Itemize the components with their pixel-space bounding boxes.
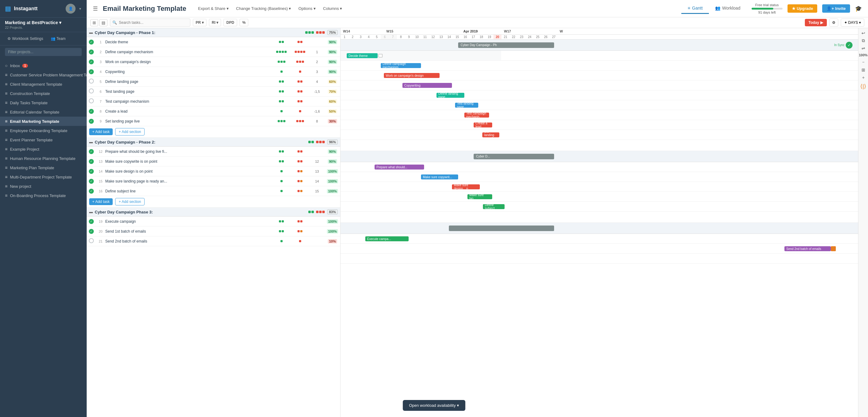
add-column-button[interactable]: ⊞	[90, 19, 98, 26]
check-circle[interactable]	[89, 238, 94, 243]
task-check[interactable]: ✓	[87, 69, 96, 74]
task-check[interactable]: ✓	[87, 59, 96, 64]
sidebar-item-editorial[interactable]: ≡ Editorial Calendar Template	[0, 107, 87, 117]
check-circle[interactable]: ✓	[89, 219, 94, 224]
tab-gantt[interactable]: ≡ Gantt	[681, 3, 709, 14]
check-circle[interactable]	[89, 78, 94, 84]
check-circle[interactable]: ✓	[89, 119, 94, 124]
plus-icon[interactable]: ＋	[861, 75, 866, 81]
gantt-bar-p2-task4[interactable]: Make sure lan...	[467, 194, 492, 199]
task-check[interactable]	[87, 78, 96, 85]
task-check[interactable]: ✓	[87, 119, 96, 124]
sidebar-item-inbox[interactable]: ○ Inbox 1	[0, 61, 87, 70]
dpd-column-header[interactable]: DPD	[223, 19, 237, 26]
user-avatar[interactable]: 👤	[66, 4, 75, 13]
pct-column-header[interactable]: %	[240, 19, 249, 26]
team-button[interactable]: 👥 Team	[48, 35, 68, 42]
sidebar-item-marketing-plan[interactable]: ≡ Marketing Plan Template	[0, 163, 87, 172]
gear-settings-button[interactable]: ⚙	[829, 19, 838, 27]
sidebar-item-client-management[interactable]: ≡ Client Management Template	[0, 79, 87, 89]
change-tracking-button[interactable]: Change Tracking (Baselines) ▾	[234, 5, 293, 12]
sidebar-item-employee-onboarding[interactable]: ≡ Employee Onboarding Template	[0, 126, 87, 135]
gantt-bar-p2-task3[interactable]: Make sure design... p	[452, 184, 480, 189]
layers-icon[interactable]: ⊞	[862, 67, 865, 72]
gantt-bar-p3-task2[interactable]: Send 2nd batch of emails	[784, 246, 831, 251]
task-check[interactable]	[87, 238, 96, 244]
gantt-bar-task9[interactable]: Set landing page li...	[482, 132, 499, 137]
gantt-bar-task7[interactable]: Test campaign mechanis...	[464, 113, 489, 118]
copy-icon[interactable]: ⧉	[862, 38, 865, 43]
sidebar-item-onboarding[interactable]: ≡ On-Boarding Process Template	[0, 191, 87, 200]
sidebar-item-multi-department[interactable]: ≡ Multi-Department Project Template	[0, 172, 87, 182]
options-button[interactable]: Options ▾	[297, 5, 317, 12]
check-circle[interactable]: ✓	[89, 59, 94, 64]
gantt-bar-task4[interactable]: Copywriting	[402, 83, 452, 88]
task-check[interactable]: ✓	[87, 108, 96, 114]
task-check[interactable]: ✓	[87, 159, 96, 164]
pr-column-header[interactable]: PR ▾	[193, 19, 207, 26]
columns-button[interactable]: Columns ▾	[321, 5, 344, 12]
invite-button[interactable]: 👤+ Invite	[822, 4, 850, 13]
ri-column-header[interactable]: RI ▾	[209, 19, 221, 26]
workload-availability-button[interactable]: Open workload availability ▾	[403, 400, 465, 411]
sidebar-item-construction[interactable]: ≡ Construction Template	[0, 89, 87, 98]
task-check[interactable]: ✓	[87, 179, 96, 184]
check-circle[interactable]: ✓	[89, 40, 94, 44]
task-check[interactable]: ✓	[87, 149, 96, 154]
upgrade-button[interactable]: ★ Upgrade	[787, 4, 817, 13]
task-check[interactable]: ✓	[87, 49, 96, 55]
hamburger-icon[interactable]: ☰	[93, 5, 98, 12]
add-section-button[interactable]: + Add section	[115, 128, 144, 135]
sidebar-item-event-planner[interactable]: ≡ Event Planner Template	[0, 135, 87, 145]
task-check[interactable]	[87, 98, 96, 104]
check-circle[interactable]	[89, 98, 94, 103]
check-circle[interactable]: ✓	[89, 179, 94, 184]
add-task-button[interactable]: + Add task	[89, 128, 113, 135]
list-view-button[interactable]: ▤	[99, 19, 107, 26]
workbook-settings-button[interactable]: ⚙ Workbook Settings	[5, 35, 46, 42]
filter-input[interactable]	[5, 48, 82, 56]
check-circle[interactable]: ✓	[89, 50, 94, 55]
add-section-button-2[interactable]: + Add section	[115, 198, 144, 205]
task-check[interactable]: ✓	[87, 169, 96, 174]
add-dependency-icon[interactable]: ⟨|⟩	[860, 83, 866, 90]
section-phase3[interactable]: ▬ Cyber Day Campaign Phase 3: 83%	[87, 207, 340, 217]
link-icon[interactable]: ⇌	[862, 46, 865, 51]
check-circle[interactable]: ✓	[89, 69, 94, 74]
minus-icon[interactable]: －	[861, 59, 866, 65]
sidebar-item-example-project[interactable]: ≡ Example Project	[0, 145, 87, 154]
gantt-bar-p2-task5[interactable]: Define subject...	[483, 204, 504, 209]
gantt-bar-p2-task2[interactable]: Make sure copywrit...	[421, 174, 458, 180]
section-phase2[interactable]: ▬ Cyber Day Campaign - Phase 2: 96%	[87, 138, 340, 147]
check-circle[interactable]	[89, 89, 94, 93]
check-circle[interactable]: ✓	[89, 169, 94, 174]
sidebar-item-email-marketing[interactable]: ≡ Email Marketing Template	[0, 117, 87, 126]
check-circle[interactable]: ✓	[89, 189, 94, 194]
sidebar-item-daily-tasks[interactable]: ≡ Daily Tasks Template	[0, 98, 87, 107]
check-circle[interactable]: ✓	[89, 229, 94, 234]
task-check[interactable]: ✓	[87, 229, 96, 234]
gantt-bar-p3-task1[interactable]: Execute campa...	[365, 236, 409, 241]
search-input[interactable]	[110, 19, 190, 27]
check-circle[interactable]: ✓	[89, 149, 94, 154]
sidebar-item-new-project[interactable]: ≡ New project	[0, 182, 87, 191]
add-task-button-2[interactable]: + Add task	[89, 198, 113, 205]
check-circle[interactable]: ✓	[89, 109, 94, 114]
gantt-bar-section1[interactable]: Cyber Day Campaign - Ph	[458, 42, 554, 48]
gantt-bar-task3[interactable]: Work on campaign's design	[384, 73, 440, 78]
diploma-icon[interactable]: 🎓	[855, 5, 862, 12]
sidebar-item-human-resource[interactable]: ≡ Human Resource Planning Template	[0, 154, 87, 163]
task-check[interactable]: ✓	[87, 39, 96, 44]
tab-workload[interactable]: 👥 Workload	[709, 3, 747, 14]
task-check[interactable]: ✓	[87, 188, 96, 194]
today-button[interactable]: Today ▶	[805, 19, 827, 26]
gantt-bar-task1[interactable]: Decide theme	[347, 53, 378, 58]
gantt-bar-task8[interactable]: Create a lead	[474, 123, 492, 127]
sidebar-item-customer-service[interactable]: ≡ Customer Service Problem Management Te…	[0, 70, 87, 79]
gantt-bar-section3[interactable]	[449, 226, 554, 231]
gantt-bar-task2[interactable]: Define campaign mechanism	[381, 63, 421, 68]
task-check[interactable]	[87, 89, 96, 94]
export-share-button[interactable]: Export & Share ▾	[196, 5, 230, 12]
gantt-bar-section2[interactable]: Cyber D...	[474, 154, 554, 159]
gantt-bar-p2-task1[interactable]: Prepare what should...	[375, 165, 424, 169]
